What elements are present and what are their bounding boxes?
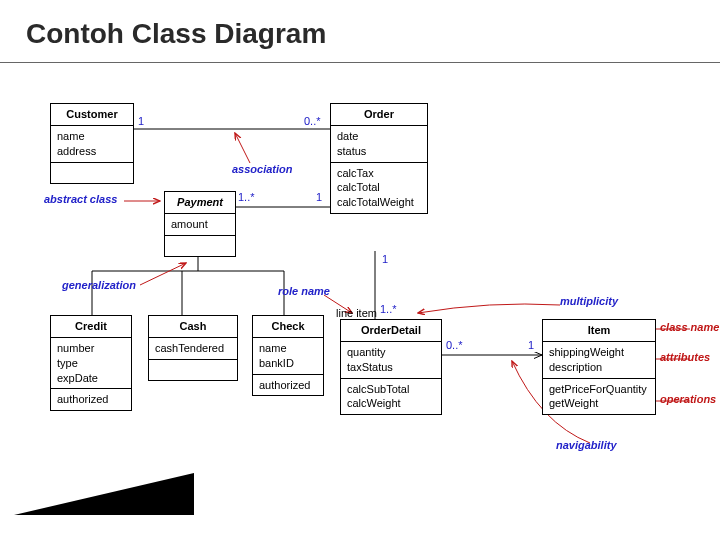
attr: shippingWeight <box>549 345 649 360</box>
mult: 1 <box>382 253 388 265</box>
mult: 0..* <box>446 339 463 351</box>
mult: 1 <box>528 339 534 351</box>
attr: cashTendered <box>155 341 231 356</box>
attr: taxStatus <box>347 360 435 375</box>
mult: 1 <box>316 191 322 203</box>
op: getWeight <box>549 396 649 411</box>
svg-line-9 <box>235 133 250 163</box>
op: getPriceForQuantity <box>549 382 649 397</box>
class-order-name: Order <box>331 104 427 126</box>
class-item: Item shippingWeight description getPrice… <box>542 319 656 415</box>
class-payment: Payment amount <box>164 191 236 257</box>
class-orderdetail-name: OrderDetail <box>341 320 441 342</box>
class-credit: Credit number type expDate authorized <box>50 315 132 411</box>
class-orderdetail: OrderDetail quantity taxStatus calcSubTo… <box>340 319 442 415</box>
op: authorized <box>57 392 125 407</box>
class-cash: Cash cashTendered <box>148 315 238 381</box>
diagram-stage: Customer name address Payment amount Ord… <box>0 63 720 525</box>
attr: expDate <box>57 371 125 386</box>
class-order: Order date status calcTax calcTotal calc… <box>330 103 428 214</box>
mult: 1..* <box>238 191 255 203</box>
label-generalization: generalization <box>62 279 136 291</box>
op: calcWeight <box>347 396 435 411</box>
label-operations: operations <box>660 393 716 405</box>
attr: name <box>259 341 317 356</box>
attr: bankID <box>259 356 317 371</box>
label-class-name: class name <box>660 321 719 333</box>
label-line-item: line item <box>336 307 377 319</box>
svg-line-11 <box>140 263 186 285</box>
attr: amount <box>171 217 229 232</box>
page-title: Contoh Class Diagram <box>0 0 720 63</box>
mult: 1..* <box>380 303 397 315</box>
label-role-name: role name <box>278 285 330 297</box>
class-credit-name: Credit <box>51 316 131 338</box>
label-attributes: attributes <box>660 351 710 363</box>
attr: address <box>57 144 127 159</box>
label-association: association <box>232 163 293 175</box>
op: authorized <box>259 378 317 393</box>
attr: description <box>549 360 649 375</box>
mult: 0..* <box>304 115 321 127</box>
attr: quantity <box>347 345 435 360</box>
class-item-name: Item <box>543 320 655 342</box>
class-check-name: Check <box>253 316 323 338</box>
attr: number <box>57 341 125 356</box>
op: calcTax <box>337 166 421 181</box>
attr: date <box>337 129 421 144</box>
class-customer: Customer name address <box>50 103 134 184</box>
attr: type <box>57 356 125 371</box>
op: calcTotalWeight <box>337 195 421 210</box>
class-check: Check name bankID authorized <box>252 315 324 396</box>
mult: 1 <box>138 115 144 127</box>
attr: name <box>57 129 127 144</box>
class-customer-name: Customer <box>51 104 133 126</box>
label-multiplicity: multiplicity <box>560 295 618 307</box>
label-navigability: navigability <box>556 439 617 451</box>
class-cash-name: Cash <box>149 316 237 338</box>
class-payment-name: Payment <box>165 192 235 214</box>
op: calcSubTotal <box>347 382 435 397</box>
op: calcTotal <box>337 180 421 195</box>
label-abstract-class: abstract class <box>44 193 117 205</box>
attr: status <box>337 144 421 159</box>
